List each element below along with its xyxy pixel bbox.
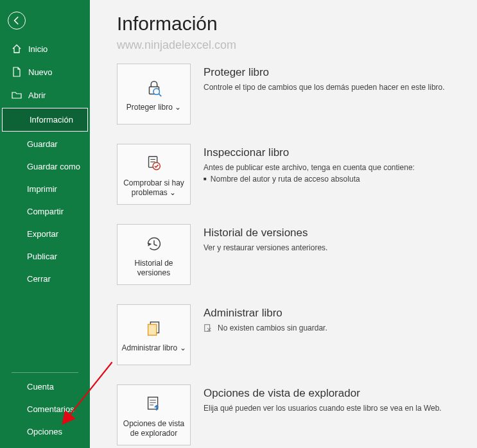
manage-heading: Administrar libro (204, 307, 468, 320)
svg-line-8 (154, 244, 157, 245)
watermark-text: www.ninjadelexcel.com (117, 39, 468, 52)
tile-check-label: Comprobar si hay problemas ⌄ (121, 178, 186, 198)
versions-text: Ver y restaurar versiones anteriores. (204, 243, 468, 252)
nav-share-label: Compartir (27, 207, 64, 216)
nav-new-label: Nuevo (28, 67, 53, 77)
inspect-item-1: Nombre del autor y ruta de acceso absolu… (204, 175, 468, 184)
svg-line-2 (159, 94, 161, 96)
open-folder-icon (12, 90, 22, 100)
protect-heading: Proteger libro (204, 66, 468, 79)
nav-home-label: Inicio (28, 44, 48, 54)
back-button[interactable] (8, 12, 26, 30)
tile-manage-label: Administrar libro ⌄ (121, 343, 186, 353)
manage-text: No existen cambios sin guardar. (218, 323, 327, 332)
section-manage: Administrar libro ⌄ Administrar libro No… (117, 304, 468, 365)
nav-share[interactable]: Compartir (0, 200, 90, 223)
nav-export-label: Exportar (27, 229, 58, 239)
nav-print[interactable]: Imprimir (0, 178, 90, 200)
nav-save-as-label: Guardar como (27, 162, 80, 171)
tile-protect-label: Proteger libro ⌄ (126, 103, 181, 112)
nav-open[interactable]: Abrir (0, 83, 90, 107)
history-icon (144, 233, 164, 255)
tile-check-issues[interactable]: Comprobar si hay problemas ⌄ (117, 144, 191, 205)
section-protect: Proteger libro ⌄ Proteger libro Controle… (117, 64, 468, 125)
browser-heading: Opciones de vista de explorador (204, 387, 468, 400)
nav-save-as[interactable]: Guardar como (0, 155, 90, 178)
tile-versions-label: Historial de versiones (121, 259, 186, 278)
manage-workbook-icon (144, 318, 164, 340)
nav-publish[interactable]: Publicar (0, 245, 90, 268)
back-arrow-icon (12, 16, 21, 25)
nav-options-label: Opciones (27, 427, 62, 436)
new-file-icon (12, 67, 22, 77)
svg-rect-11 (205, 325, 210, 332)
nav-options[interactable]: Opciones (0, 420, 90, 443)
inspect-heading: Inspeccionar libro (204, 146, 468, 159)
nav-feedback-label: Comentarios (27, 404, 74, 414)
section-versions: Historial de versiones Historial de vers… (117, 224, 468, 285)
tile-protect-workbook[interactable]: Proteger libro ⌄ (117, 64, 191, 125)
browser-view-icon (144, 393, 164, 415)
nav-close-label: Cerrar (27, 274, 51, 284)
nav-open-label: Abrir (28, 90, 46, 100)
browser-text: Elija qué pueden ver los usuarios cuando… (204, 404, 468, 413)
nav-close[interactable]: Cerrar (0, 268, 90, 290)
nav-account-label: Cuenta (27, 382, 54, 392)
page-title: Información (117, 13, 468, 35)
nav-info[interactable]: Información (2, 108, 88, 132)
nav-home[interactable]: Inicio (0, 37, 90, 60)
svg-rect-10 (148, 324, 156, 335)
nav-new[interactable]: Nuevo (0, 60, 90, 83)
tile-browser-label: Opciones de vista de explorador (121, 419, 186, 438)
inspect-lead: Antes de publicar este archivo, tenga en… (204, 163, 468, 172)
backstage-sidebar: Inicio Nuevo Abrir Información Guardar G… (0, 0, 90, 448)
nav-publish-label: Publicar (27, 252, 57, 261)
nav-save-label: Guardar (27, 139, 58, 149)
nav-account[interactable]: Cuenta (0, 375, 90, 398)
nav-export[interactable]: Exportar (0, 223, 90, 245)
nav-print-label: Imprimir (27, 184, 57, 194)
tile-browser-view-options[interactable]: Opciones de vista de explorador (117, 384, 191, 445)
check-document-icon (144, 153, 164, 175)
svg-point-1 (153, 89, 159, 94)
sidebar-separator (12, 372, 78, 373)
versions-heading: Historial de versiones (204, 227, 468, 239)
tile-manage-workbook[interactable]: Administrar libro ⌄ (117, 304, 191, 365)
nav-save[interactable]: Guardar (0, 133, 90, 155)
protect-text: Controle el tipo de cambios que los demá… (204, 83, 468, 92)
lock-icon (144, 77, 164, 99)
backstage-main: Información www.ninjadelexcel.com Proteg… (90, 0, 477, 448)
nav-info-label: Información (30, 115, 73, 125)
section-browser-view: Opciones de vista de explorador Opciones… (117, 384, 468, 445)
nav-feedback[interactable]: Comentarios (0, 398, 90, 420)
home-icon (12, 44, 22, 54)
no-changes-icon (204, 323, 212, 332)
section-inspect: Comprobar si hay problemas ⌄ Inspecciona… (117, 144, 468, 205)
tile-version-history[interactable]: Historial de versiones (117, 224, 191, 285)
